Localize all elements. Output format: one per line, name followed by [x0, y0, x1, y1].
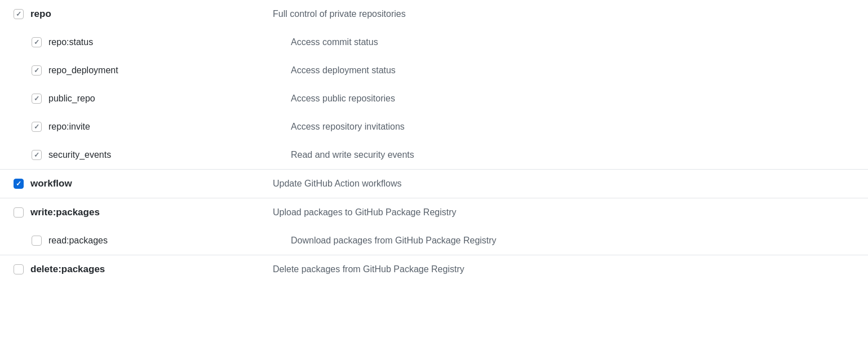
- permission-row: read:packagesDownload packages from GitH…: [0, 227, 868, 255]
- checkmark-gray-icon: ✓: [34, 152, 39, 158]
- checkbox-area: read:packages: [32, 236, 291, 246]
- permission-name: public_repo: [48, 94, 95, 104]
- checkbox-area: delete:packages: [14, 264, 273, 275]
- checkbox-checked-gray[interactable]: ✓: [32, 37, 42, 47]
- checkbox-area: ✓repo:invite: [32, 122, 291, 132]
- permission-description: Upload packages to GitHub Package Regist…: [273, 207, 854, 218]
- permission-description: Full control of private repositories: [273, 9, 854, 19]
- permissions-list: ✓repoFull control of private repositorie…: [0, 0, 868, 283]
- permission-name: repo:invite: [48, 122, 90, 132]
- checkmark-gray-icon: ✓: [34, 123, 39, 130]
- permission-description: Access repository invitations: [291, 122, 854, 132]
- checkmark-gray-icon: ✓: [34, 95, 39, 102]
- permission-name: repo:status: [48, 37, 93, 47]
- permission-row: ✓repoFull control of private repositorie…: [0, 0, 868, 28]
- permission-description: Delete packages from GitHub Package Regi…: [273, 264, 854, 274]
- checkbox-wrapper: ✓repo_deployment: [32, 65, 118, 76]
- permission-row: write:packagesUpload packages to GitHub …: [0, 198, 868, 227]
- checkmark-gray-icon: ✓: [16, 11, 21, 17]
- permission-description: Update GitHub Action workflows: [273, 179, 854, 189]
- checkmark-icon: ✓: [16, 180, 21, 187]
- permission-group: delete:packagesDelete packages from GitH…: [0, 255, 868, 283]
- permission-name: read:packages: [48, 236, 108, 246]
- checkbox-area: write:packages: [14, 207, 273, 218]
- checkbox-area: ✓workflow: [14, 178, 273, 189]
- checkbox-area: ✓security_events: [32, 150, 291, 160]
- checkbox-wrapper: ✓repo:status: [32, 37, 93, 47]
- checkbox-wrapper: write:packages: [14, 207, 100, 218]
- permission-row: ✓security_eventsRead and write security …: [0, 141, 868, 169]
- checkbox-unchecked[interactable]: [32, 236, 42, 246]
- checkbox-wrapper: ✓repo: [14, 8, 51, 20]
- checkbox-wrapper: ✓public_repo: [32, 94, 95, 104]
- checkbox-area: ✓repo_deployment: [32, 65, 291, 76]
- checkbox-checked-gray[interactable]: ✓: [14, 9, 24, 19]
- permission-name: repo: [30, 8, 51, 20]
- checkbox-area: ✓repo: [14, 8, 273, 20]
- checkbox-wrapper: ✓repo:invite: [32, 122, 90, 132]
- checkbox-checked-gray[interactable]: ✓: [32, 150, 42, 160]
- permission-row: ✓repo_deploymentAccess deployment status: [0, 56, 868, 85]
- permission-row: ✓workflowUpdate GitHub Action workflows: [0, 170, 868, 198]
- permission-row: ✓public_repoAccess public repositories: [0, 85, 868, 113]
- permission-description: Access deployment status: [291, 65, 854, 76]
- permission-row: ✓repo:inviteAccess repository invitation…: [0, 113, 868, 141]
- permission-name: workflow: [30, 178, 72, 189]
- permission-row: delete:packagesDelete packages from GitH…: [0, 255, 868, 283]
- checkbox-checked-gray[interactable]: ✓: [32, 94, 42, 104]
- checkbox-wrapper: ✓workflow: [14, 178, 72, 189]
- permission-row: ✓repo:statusAccess commit status: [0, 28, 868, 56]
- permission-name: delete:packages: [30, 264, 105, 275]
- permission-description: Access public repositories: [291, 94, 854, 104]
- sub-rows: ✓repo:statusAccess commit status✓repo_de…: [0, 28, 868, 169]
- sub-rows: read:packagesDownload packages from GitH…: [0, 227, 868, 255]
- checkbox-unchecked[interactable]: [14, 264, 24, 274]
- permission-description: Download packages from GitHub Package Re…: [291, 236, 854, 246]
- permission-group: ✓repoFull control of private repositorie…: [0, 0, 868, 170]
- checkbox-unchecked[interactable]: [14, 207, 24, 218]
- checkmark-gray-icon: ✓: [34, 67, 39, 74]
- checkbox-area: ✓public_repo: [32, 94, 291, 104]
- permission-group: write:packagesUpload packages to GitHub …: [0, 198, 868, 255]
- checkbox-checked-gray[interactable]: ✓: [32, 65, 42, 76]
- permission-name: repo_deployment: [48, 65, 118, 76]
- checkbox-wrapper: ✓security_events: [32, 150, 111, 160]
- checkbox-wrapper: read:packages: [32, 236, 108, 246]
- permission-description: Access commit status: [291, 37, 854, 47]
- permission-group: ✓workflowUpdate GitHub Action workflows: [0, 170, 868, 198]
- checkmark-gray-icon: ✓: [34, 39, 39, 46]
- checkbox-area: ✓repo:status: [32, 37, 291, 47]
- checkbox-wrapper: delete:packages: [14, 264, 105, 275]
- checkbox-checked-gray[interactable]: ✓: [32, 122, 42, 132]
- permission-description: Read and write security events: [291, 150, 854, 160]
- checkbox-checked-blue[interactable]: ✓: [14, 179, 24, 189]
- permission-name: security_events: [48, 150, 111, 160]
- permission-name: write:packages: [30, 207, 100, 218]
